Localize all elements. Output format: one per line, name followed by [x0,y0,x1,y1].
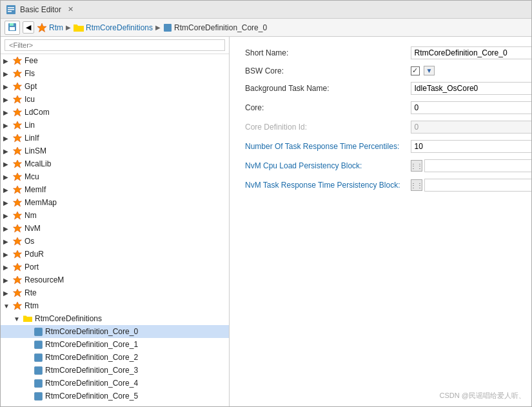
tree-item[interactable]: ▶ Nm [1,209,229,222]
back-button[interactable]: ◀ [23,21,34,34]
tree-expand-icon[interactable]: ▶ [3,277,12,284]
svg-rect-35 [34,392,42,400]
right-panel: Short Name:BSW Core:✓▼Background Task Na… [230,37,531,406]
close-tab-button[interactable]: ✕ [68,5,74,14]
nvm-btn-nvm-cpu-load[interactable]: ⋮⋮ [411,160,422,172]
nvm-input-nvm-task-response[interactable] [424,179,531,192]
tree-expand-icon[interactable]: ▶ [3,251,12,258]
tree-label: RtmCoreDefinition_Core_4 [45,379,138,388]
tree-expand-icon[interactable]: ▶ [3,83,12,90]
tree-item[interactable]: RtmCoreDefinition_Core_4 [1,377,229,390]
tree-item[interactable]: ▶ PduR [1,248,229,261]
title-bar: Basic Editor ✕ [1,1,531,19]
prop-input-bg-task-name[interactable] [411,82,531,95]
tree-expand-icon[interactable]: ▶ [3,148,12,155]
tree-item[interactable]: RtmCoreDefinition_Core_3 [1,364,229,377]
nvm-btn-nvm-task-response[interactable]: ⋮⋮ [411,179,422,191]
folder-icon [74,23,84,32]
tree-expand-icon[interactable]: ▶ [3,238,12,245]
filter-input[interactable] [5,39,225,51]
property-row: Background Task Name: [240,79,531,98]
prop-label-core-def-id: Core Definition Id: [240,117,406,137]
tree-expand-icon[interactable]: ▶ [3,96,12,103]
property-row: Core: [240,98,531,117]
prop-input-core-def-id[interactable] [411,121,531,134]
tree-item[interactable]: ▶ ResourceM [1,273,229,286]
checkbox-bsw-core[interactable]: ✓ [411,66,420,75]
tree-item[interactable]: RtmCoreDefinition_Core_2 [1,351,229,364]
svg-marker-20 [14,186,22,194]
toolbar: ◀ Rtm ▶ RtmCoreDefinitions ▶ [1,19,531,37]
module-icon [12,249,23,259]
prop-value-bsw-core: ✓▼ [406,63,531,79]
tree-item[interactable]: ▶ Port [1,261,229,273]
tree-item[interactable]: RtmCoreDefinition_Core_0 [1,325,229,338]
editor-icon [6,5,16,15]
tree-item[interactable]: ▶ Fee [1,54,229,67]
tree-label: Port [25,263,39,272]
tree-expand-icon[interactable]: ▶ [3,212,12,219]
dropdown-btn-bsw-core[interactable]: ▼ [424,66,435,75]
tree-label: Mcu [25,172,39,181]
tree-item[interactable]: ▶ MemMap [1,196,229,209]
folder-icon [23,313,33,324]
module-icon [12,262,23,272]
tree-item[interactable]: ▶ LinIf [1,132,229,144]
tree-item[interactable]: ▶ Mcu [1,170,229,183]
item-icon [33,365,43,375]
tree-expand-icon[interactable]: ▶ [3,225,12,232]
tree-item[interactable]: ▶ LdCom [1,106,229,119]
breadcrumb-current-item[interactable]: RtmCoreDefinition_Core_0 [163,23,267,32]
module-icon [12,159,23,169]
tree-expand-icon[interactable]: ▶ [3,161,12,168]
tree-item[interactable]: ▶ NvM [1,222,229,235]
tree-item[interactable]: ▼ Rtm [1,299,229,312]
tree-item[interactable]: ▶ Os [1,235,229,248]
tree-expand-icon[interactable]: ▶ [3,122,12,129]
tree-expand-icon[interactable]: ▶ [3,57,12,65]
tree-item[interactable]: ▶ Icu [1,93,229,106]
tree-item[interactable]: ▶ LinSM [1,144,229,157]
property-row: Number Of Task Response Time Percentiles… [240,137,531,156]
tree-expand-icon[interactable]: ▶ [3,264,12,271]
svg-rect-5 [10,23,14,26]
tree-expand-icon[interactable]: ▶ [3,174,12,181]
tree-item[interactable]: ▶ Gpt [1,80,229,93]
tree-item[interactable]: ▶ Lin [1,119,229,132]
tree-expand-icon[interactable]: ▼ [3,303,12,310]
tree-container[interactable]: ▶ Fee▶ Fls▶ Gpt▶ Icu▶ LdCom▶ Lin▶ [1,54,229,406]
svg-rect-6 [10,27,15,30]
tree-label: RtmCoreDefinition_Core_3 [45,366,138,375]
tree-item[interactable]: RtmCoreDefinition_Core_1 [1,338,229,351]
tree-label: Fee [25,56,38,65]
svg-marker-19 [14,173,22,181]
tree-expand-icon[interactable]: ▶ [3,109,12,116]
prop-input-short-name[interactable] [411,46,531,59]
tree-expand-icon[interactable]: ▶ [3,186,12,194]
item-icon [33,339,43,350]
tree-item[interactable]: ▶ MemIf [1,183,229,196]
tree-expand-icon[interactable]: ▶ [3,70,12,77]
breadcrumb-rtmcoredefs[interactable]: RtmCoreDefinitions [74,23,153,32]
prop-input-core[interactable] [411,101,531,114]
prop-label-num-task-response: Number Of Task Response Time Percentiles… [240,137,406,156]
tree-label: Icu [25,95,35,104]
save-button[interactable] [5,21,20,35]
tree-label: RtmCoreDefinitions [35,314,102,323]
tree-item[interactable]: ▶ McalLib [1,157,229,170]
tree-expand-icon[interactable]: ▶ [3,290,12,297]
breadcrumb-rtm[interactable]: Rtm [37,23,63,33]
prop-value-nvm-cpu-load: ⋮⋮ [406,156,531,175]
tree-item[interactable]: ▶ Rte [1,286,229,299]
tree-item[interactable]: ▼ RtmCoreDefinitions [1,312,229,325]
tree-expand-icon[interactable]: ▼ [14,315,23,323]
nvm-input-nvm-cpu-load[interactable] [424,159,531,172]
tree-expand-icon[interactable]: ▶ [3,135,12,142]
tree-expand-icon[interactable]: ▶ [3,199,12,206]
tree-item[interactable]: ▶ Fls [1,67,229,80]
prop-input-num-task-response[interactable] [411,140,531,153]
svg-rect-9 [164,24,172,32]
tree-item[interactable]: RtmCoreDefinition_Core_5 [1,390,229,402]
checkbox-area-bsw-core: ✓▼ [411,66,531,75]
svg-marker-14 [14,108,22,116]
